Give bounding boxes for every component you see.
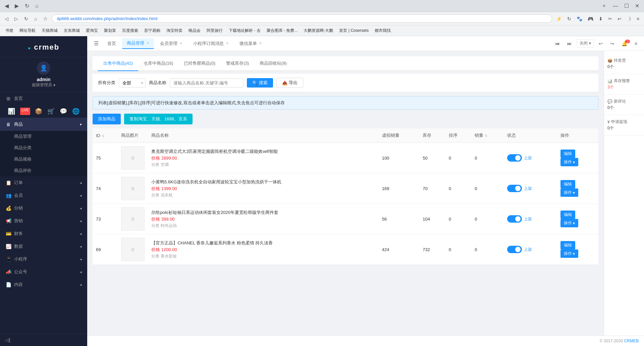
sidebar-submenu-item[interactable]: 商品评价 xyxy=(0,165,87,176)
address-bar[interactable] xyxy=(52,14,552,23)
right-panel-item[interactable]: 💬 新评论 0个 xyxy=(604,95,644,115)
browser-close[interactable]: ✕ xyxy=(633,1,641,10)
sidebar-item-content[interactable]: 📄 内容 ◂ xyxy=(0,278,87,291)
right-panel-item[interactable]: ¥ 申请提现 0个 xyxy=(604,115,644,135)
product-tab[interactable]: 出售中商品(42) xyxy=(98,56,138,71)
row-virtual-sales[interactable]: 424 xyxy=(379,234,419,265)
status-toggle[interactable] xyxy=(507,246,522,253)
bookmark-item[interactable]: 大鹏资源网-大鹏 xyxy=(301,27,336,35)
bookmark-item[interactable]: 聚划算 xyxy=(101,27,119,35)
toolbar-icon-paw[interactable]: 🐾 xyxy=(575,15,584,23)
more-button[interactable]: 操作 ▾ xyxy=(560,158,578,166)
user-role[interactable]: 超级管理员 ▾ xyxy=(32,82,55,88)
toolbar-icon-security[interactable]: ⚡ xyxy=(554,15,564,23)
toolbar-icon-menu[interactable]: ≡ xyxy=(635,15,641,23)
sidebar-item-finance[interactable]: 💳 财务 ◂ xyxy=(0,227,87,240)
nav-forward-btn[interactable]: ▷ xyxy=(12,15,20,23)
copy-product-button[interactable]: 复制淘宝、天猫、1688、京东 xyxy=(124,114,193,124)
tab-close-icon[interactable]: ✕ xyxy=(146,41,149,45)
right-panel-item[interactable]: 📊 库存预警 3个 xyxy=(604,74,644,95)
product-tab[interactable]: 警戒库存(3) xyxy=(221,56,254,71)
bookmark-item[interactable]: 苏宁易购 xyxy=(142,27,163,35)
product-name-input[interactable] xyxy=(170,78,244,88)
top-tab[interactable]: 会员管理✕ xyxy=(155,38,187,49)
sidebar-icon-translate[interactable]: 🌐 xyxy=(72,108,79,115)
browser-minimize[interactable]: — xyxy=(611,2,620,10)
tab-close-icon[interactable]: ✕ xyxy=(226,41,229,46)
nav-reload-btn[interactable]: ↻ xyxy=(22,15,30,23)
edit-button[interactable]: 编辑 xyxy=(560,150,575,158)
row-sort[interactable]: 0 xyxy=(445,143,472,173)
star-btn[interactable]: ☆ xyxy=(41,14,50,23)
status-toggle[interactable] xyxy=(507,154,522,162)
bookmark-item[interactable]: 百度搜索 xyxy=(119,27,141,35)
browser-add-tab[interactable]: ＋ xyxy=(599,1,609,11)
product-tab[interactable]: 仓库中商品(16) xyxy=(138,56,178,71)
top-tab[interactable]: 商品管理✕ xyxy=(122,38,154,49)
redo-btn[interactable]: ↪ xyxy=(607,40,617,48)
add-product-button[interactable]: 添加商品 xyxy=(93,114,121,124)
row-virtual-sales[interactable]: 56 xyxy=(379,204,419,234)
browser-home[interactable]: ⌂ xyxy=(33,2,41,10)
browser-reload[interactable]: ↻ xyxy=(23,1,31,10)
toolbar-icon-moon[interactable]: ☽ xyxy=(625,15,633,23)
browser-forward[interactable]: ▶ xyxy=(13,1,21,10)
tab-nav-first[interactable]: ⏮ xyxy=(552,40,562,48)
edit-button[interactable]: 编辑 xyxy=(560,211,575,219)
notification-bell[interactable]: 🔔 3 xyxy=(619,40,630,48)
top-tab[interactable]: 首页 xyxy=(103,38,121,49)
browser-maximize[interactable]: ☐ xyxy=(622,1,631,10)
tab-close-icon[interactable]: ✕ xyxy=(179,41,182,46)
top-tab[interactable]: 微信菜单✕ xyxy=(235,38,267,49)
nav-back-btn[interactable]: ◁ xyxy=(3,15,10,23)
table-header-cell[interactable]: 销量 ⇅ xyxy=(471,128,504,143)
sidebar-submenu-item[interactable]: 商品分类 xyxy=(0,142,87,154)
row-stock[interactable]: 732 xyxy=(419,234,445,265)
status-toggle[interactable] xyxy=(507,185,522,192)
row-stock[interactable]: 70 xyxy=(419,173,445,204)
bookmark-item[interactable]: 网址导航 xyxy=(17,27,38,35)
tab-close-icon[interactable]: ✕ xyxy=(259,41,262,46)
sidebar-icon-message[interactable]: 💬 xyxy=(60,108,67,115)
sidebar-icon-live[interactable]: LIVE xyxy=(20,108,30,115)
table-header-cell[interactable]: ID ⇅ xyxy=(93,128,118,143)
bookmark-item[interactable]: 聚合图库 - 免费... xyxy=(264,27,301,35)
hamburger-icon[interactable]: ☰ xyxy=(91,38,101,49)
row-sort[interactable]: 0 xyxy=(445,173,472,204)
sidebar-item-orders[interactable]: 📋 订单 ◂ xyxy=(0,176,87,189)
sidebar-submenu-item[interactable]: 商品规格 xyxy=(0,154,87,165)
toolbar-icon-download[interactable]: ⬇ xyxy=(597,15,605,23)
bookmark-item[interactable]: 阿里旅行 xyxy=(204,27,225,35)
status-toggle[interactable] xyxy=(507,215,522,223)
sort-icon[interactable]: ⇅ xyxy=(485,134,487,137)
row-stock[interactable]: 50 xyxy=(419,143,445,173)
nav-home-btn[interactable]: ⌂ xyxy=(32,15,39,23)
sidebar-item-members[interactable]: 👥 会员 ◂ xyxy=(0,189,87,202)
more-button[interactable]: 操作 ▾ xyxy=(560,188,578,197)
top-tab[interactable]: 小程序订阅消息✕ xyxy=(189,38,233,49)
sort-icon[interactable]: ⇅ xyxy=(102,134,104,138)
close-tab-btn[interactable]: 关闭 ▾ xyxy=(577,39,594,48)
more-button[interactable]: 操作 ▾ xyxy=(560,249,578,258)
toolbar-icon-scissors[interactable]: ✂ xyxy=(606,15,614,23)
browser-back[interactable]: ◀ xyxy=(3,1,11,10)
row-virtual-sales[interactable]: 100 xyxy=(379,143,419,173)
sidebar-item-home[interactable]: ⊞ 首页 xyxy=(0,92,87,105)
row-sort[interactable]: 0 xyxy=(445,204,472,234)
category-select[interactable]: 全部 xyxy=(119,78,146,88)
right-panel-item[interactable]: 📦 待发货 0个 xyxy=(604,54,644,74)
more-button[interactable]: 操作 ▾ xyxy=(560,219,578,227)
toolbar-icon-game[interactable]: 🎮 xyxy=(586,15,595,23)
sidebar-item-data[interactable]: 📈 数据 ◂ xyxy=(0,240,87,253)
bookmark-item[interactable]: 爱淘宝 xyxy=(83,27,101,35)
export-button[interactable]: 📤 导出 xyxy=(276,78,303,88)
row-sort[interactable]: 0 xyxy=(445,234,472,265)
bookmark-item[interactable]: 京东商城 xyxy=(61,27,83,35)
toolbar-icon-undo[interactable]: ↩ xyxy=(615,15,624,23)
product-tab[interactable]: 商品回收站(9) xyxy=(254,56,292,71)
sidebar-item-miniprogram[interactable]: 📱 小程序 ◂ xyxy=(0,253,87,266)
row-virtual-sales[interactable]: 169 xyxy=(379,173,419,204)
sidebar-item-distribution[interactable]: 💰 分销 ◂ xyxy=(0,202,87,215)
sidebar-icon-dashboard[interactable]: 📊 xyxy=(8,108,15,115)
sidebar-item-marketing[interactable]: 📢 营销 ◂ xyxy=(0,215,87,227)
